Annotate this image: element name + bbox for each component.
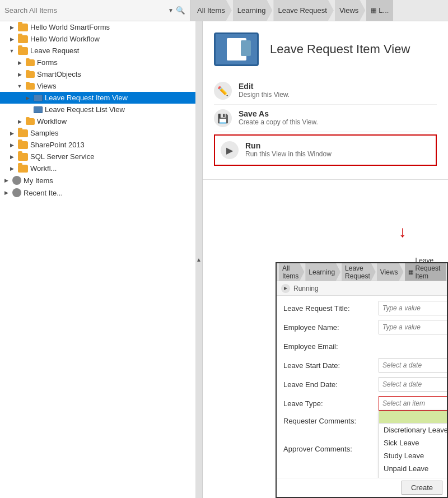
running-breadcrumb-leave-request[interactable]: Leave Request bbox=[342, 263, 376, 281]
sidebar-item-my-items[interactable]: ▶ My Items bbox=[0, 174, 202, 187]
sidebar: ▲ ▶ Hello World SmartForms ▶ Hello World… bbox=[0, 21, 203, 498]
running-breadcrumb: All Items Learning Leave Request Views ▦… bbox=[277, 263, 447, 281]
sidebar-item-hello-smartforms[interactable]: ▶ Hello World SmartForms bbox=[0, 21, 202, 33]
running-breadcrumb-learning[interactable]: Learning bbox=[305, 263, 340, 281]
folder-icon bbox=[26, 71, 35, 78]
tree-toggle-icon: ▶ bbox=[2, 189, 10, 197]
sidebar-item-workflow-top[interactable]: ▶ Workfl... bbox=[0, 162, 202, 174]
play-icon: ▶ bbox=[226, 145, 233, 156]
breadcrumb-bar: All Items Learning Leave Request Views ▦… bbox=[190, 0, 448, 21]
main-layout: ▲ ▶ Hello World SmartForms ▶ Hello World… bbox=[0, 21, 448, 498]
tree-toggle-icon: ▶ bbox=[8, 24, 16, 31]
view-icon bbox=[34, 106, 43, 113]
breadcrumb-learning[interactable]: Learning bbox=[233, 0, 273, 21]
sidebar-item-workflow[interactable]: ▶ Workflow bbox=[0, 115, 202, 127]
sidebar-item-recent-items[interactable]: ▶ Recent Ite... bbox=[0, 187, 202, 199]
tree-toggle-icon: ▶ bbox=[8, 129, 16, 137]
sidebar-item-label: Leave Request List View bbox=[45, 105, 125, 114]
tree-toggle-icon: ▼ bbox=[16, 82, 24, 90]
tree-toggle-icon: ▼ bbox=[8, 47, 16, 55]
red-arrow-indicator: ↓ bbox=[399, 223, 407, 241]
employee-email-input[interactable] bbox=[379, 339, 447, 353]
sidebar-item-forms[interactable]: ▶ Forms bbox=[0, 57, 202, 68]
sidebar-item-samples[interactable]: ▶ Samples bbox=[0, 127, 202, 139]
sidebar-item-label: Hello World SmartForms bbox=[30, 23, 110, 31]
folder-icon bbox=[26, 59, 35, 66]
running-breadcrumb-item-view[interactable]: ▦ Leave Request Item View bbox=[405, 263, 446, 281]
breadcrumb-all-items[interactable]: All Items bbox=[190, 0, 232, 21]
tree-toggle-icon: ▶ bbox=[16, 71, 24, 78]
tree-toggle-icon: ▶ bbox=[24, 94, 31, 102]
sidebar-item-smartobjects[interactable]: ▶ SmartObjects bbox=[0, 68, 202, 80]
action-list: ✏️ Edit Design this View. 💾 Save As Crea… bbox=[214, 77, 437, 166]
action-save-label: Save As bbox=[239, 109, 318, 118]
form-label-title: Leave Request Title: bbox=[283, 304, 379, 313]
view-detail-title: Leave Request Item View bbox=[270, 42, 410, 57]
sidebar-item-leave-request[interactable]: ▼ Leave Request bbox=[0, 45, 202, 57]
running-status-text: Running bbox=[293, 285, 319, 292]
dropdown-option-discretionary[interactable]: Discretionary Leave bbox=[379, 423, 447, 436]
leave-request-title-input[interactable] bbox=[379, 301, 447, 315]
sidebar-item-sharepoint-2013[interactable]: ▶ SharePoint 2013 bbox=[0, 139, 202, 151]
action-edit[interactable]: ✏️ Edit Design this View. bbox=[214, 77, 437, 105]
form-label-leave-type: Leave Type: bbox=[283, 399, 379, 408]
action-edit-label: Edit bbox=[239, 82, 290, 91]
recent-items-icon bbox=[12, 188, 21, 197]
breadcrumb-views[interactable]: Views bbox=[335, 0, 365, 21]
view-big-icon-inner bbox=[227, 38, 246, 60]
sidebar-item-label: Hello World Workflow bbox=[30, 35, 100, 43]
form-row-leave-type: Leave Type: ▼ Discretionary Leave Sick L… bbox=[283, 395, 440, 411]
folder-icon bbox=[18, 165, 28, 173]
form-row-employee-email: Employee Email: bbox=[283, 338, 440, 354]
leave-start-date-field: 📅 bbox=[379, 358, 447, 373]
sidebar-item-hello-workflow[interactable]: ▶ Hello World Workflow bbox=[0, 33, 202, 45]
sidebar-item-label: Recent Ite... bbox=[24, 189, 63, 197]
search-dropdown-button[interactable]: ▼ bbox=[168, 7, 174, 13]
search-button[interactable]: 🔍 bbox=[176, 6, 185, 15]
leave-type-input[interactable] bbox=[379, 396, 447, 411]
view-detail: Leave Request Item View ✏️ Edit Design t… bbox=[203, 21, 448, 180]
leave-end-date-input[interactable] bbox=[379, 377, 447, 392]
folder-icon bbox=[18, 47, 28, 55]
form-label-employee-name: Employee Name: bbox=[283, 323, 379, 332]
sidebar-item-label: Workflow bbox=[37, 117, 67, 125]
form-row-leave-start: Leave Start Date: 📅 bbox=[283, 357, 440, 373]
breadcrumb-leave-request[interactable]: Leave Request bbox=[273, 0, 333, 21]
running-status-icon: ▶ bbox=[281, 284, 290, 293]
sidebar-item-leave-request-list-view[interactable]: Leave Request List View bbox=[0, 104, 202, 115]
employee-name-input[interactable] bbox=[379, 320, 447, 334]
running-breadcrumb-views[interactable]: Views bbox=[377, 263, 404, 281]
dropdown-option-vacation[interactable]: Vacation Leave bbox=[379, 475, 447, 478]
breadcrumb-last[interactable]: ▦ L... bbox=[366, 0, 393, 21]
folder-icon bbox=[18, 141, 28, 149]
create-button[interactable]: Create bbox=[402, 481, 442, 495]
sidebar-item-views[interactable]: ▼ Views bbox=[0, 80, 202, 92]
form-row-title: Leave Request Title: bbox=[283, 300, 440, 316]
sidebar-item-sql-server-service[interactable]: ▶ SQL Server Service bbox=[0, 151, 202, 162]
sidebar-item-label: Views bbox=[37, 82, 56, 90]
top-bar: ▼ 🔍 All Items Learning Leave Request Vie… bbox=[0, 0, 448, 21]
sidebar-item-label: My Items bbox=[24, 176, 53, 185]
sidebar-collapse-button[interactable]: ▲ bbox=[195, 21, 202, 498]
form-label-requester-comments: Requester Comments: bbox=[283, 417, 379, 425]
view-icon bbox=[34, 95, 43, 101]
dropdown-option-sick[interactable]: Sick Leave bbox=[379, 436, 447, 449]
action-run-box: ▶ Run Run this View in this Window bbox=[214, 134, 437, 166]
leave-start-date-input[interactable] bbox=[379, 358, 447, 373]
sidebar-item-label: Workfl... bbox=[30, 164, 57, 173]
dropdown-option-study[interactable]: Study Leave bbox=[379, 449, 447, 462]
action-save-as[interactable]: 💾 Save As Create a copy of this View. bbox=[214, 105, 437, 132]
search-area: ▼ 🔍 bbox=[0, 0, 190, 21]
pencil-icon: ✏️ bbox=[217, 86, 228, 96]
action-run[interactable]: ▶ Run Run this View in this Window bbox=[215, 136, 436, 165]
form-footer: Create bbox=[277, 478, 447, 497]
running-form: Leave Request Title: Employee Name: Empl… bbox=[277, 296, 447, 478]
running-breadcrumb-all-items[interactable]: All Items bbox=[279, 263, 304, 281]
search-input[interactable] bbox=[4, 6, 168, 15]
sidebar-item-label: SmartObjects bbox=[37, 70, 81, 78]
action-save-desc: Create a copy of this View. bbox=[239, 118, 318, 126]
folder-icon bbox=[26, 83, 35, 90]
sidebar-item-leave-request-item-view[interactable]: ▶ Leave Request Item View bbox=[0, 92, 202, 104]
form-label-approver-comments: Approver Comments: bbox=[283, 445, 379, 453]
dropdown-option-unpaid[interactable]: Unpaid Leave bbox=[379, 462, 447, 475]
